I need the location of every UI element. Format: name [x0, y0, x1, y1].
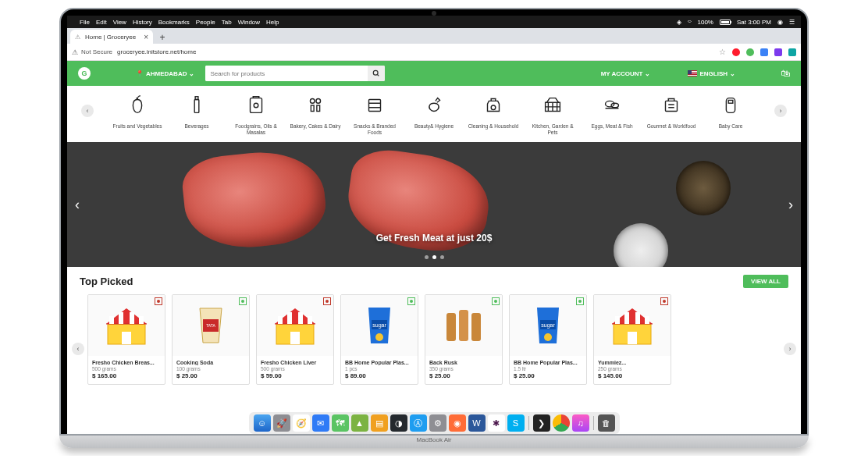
category-icon: [527, 94, 578, 120]
category-item[interactable]: Cleaning & Household: [468, 94, 519, 136]
category-item[interactable]: Gourmet & Worldfood: [646, 94, 697, 136]
product-price: $ 59.00: [261, 372, 329, 379]
browser-tab-strip: ⚠ Home | Groceryee × +: [67, 28, 801, 44]
svg-rect-22: [130, 312, 134, 324]
product-next-button[interactable]: ›: [784, 343, 796, 355]
extension-teal-icon[interactable]: [788, 48, 796, 56]
category-item[interactable]: Baby Care: [705, 94, 756, 136]
cast-icon[interactable]: ◈: [677, 19, 681, 26]
url-text[interactable]: groceryee.initstore.net/home: [117, 48, 719, 55]
dock-chrome-icon[interactable]: [553, 414, 570, 432]
dock-slack-icon[interactable]: ✱: [488, 414, 505, 432]
location-selector[interactable]: 📍 AHMEDABAD ⌄: [136, 70, 194, 77]
dock-terminal-icon[interactable]: ❯: [533, 414, 550, 432]
svg-rect-28: [278, 316, 283, 324]
dock-appstore-icon[interactable]: Ⓐ: [410, 414, 427, 432]
mac-menu-edit[interactable]: Edit: [96, 19, 107, 26]
category-icon: [112, 94, 163, 120]
close-tab-icon[interactable]: ×: [144, 33, 148, 41]
category-item[interactable]: Eggs, Meat & Fish: [586, 94, 638, 136]
category-label: Kitchen, Garden & Pets: [527, 123, 578, 136]
notification-center-icon[interactable]: ☰: [789, 19, 795, 26]
my-account-menu[interactable]: MY ACCOUNT ⌄: [601, 70, 651, 77]
dock-itunes-icon[interactable]: ♫: [572, 414, 589, 432]
category-prev-button[interactable]: ‹: [81, 105, 94, 117]
hero-pagination-dots[interactable]: [425, 255, 444, 259]
not-secure-icon[interactable]: ⚠: [72, 48, 78, 56]
mac-menu-people[interactable]: People: [196, 19, 215, 26]
star-bookmark-icon[interactable]: ☆: [719, 48, 726, 56]
category-item[interactable]: Beauty& Hygiene: [408, 94, 460, 136]
svg-rect-15: [666, 101, 678, 111]
mac-menu-bookmarks[interactable]: Bookmarks: [158, 19, 190, 26]
product-card[interactable]: Yummiez...250 grams$ 145.00: [593, 294, 671, 385]
clock[interactable]: Sat 3:00 PM: [737, 19, 771, 26]
dock-launchpad-icon[interactable]: 🚀: [273, 414, 290, 432]
product-image: sugar: [341, 295, 418, 356]
category-next-button[interactable]: ›: [774, 105, 787, 117]
dock-maps-icon[interactable]: 🗺: [332, 414, 349, 432]
extension-blue-icon[interactable]: [760, 48, 768, 56]
dock-word-icon[interactable]: W: [468, 414, 486, 432]
search-input[interactable]: [205, 66, 368, 81]
product-card[interactable]: Fresho Chicken Breas...500 grams$ 165.00: [87, 294, 165, 385]
battery-icon[interactable]: [720, 20, 731, 25]
mac-menu-file[interactable]: File: [80, 19, 90, 26]
extension-green-icon[interactable]: [746, 48, 754, 56]
product-image: TATA: [173, 295, 249, 356]
cart-icon[interactable]: 🛍: [781, 68, 790, 79]
wifi-icon[interactable]: ⌔: [688, 19, 692, 26]
mac-menu-view[interactable]: View: [113, 19, 126, 26]
category-icon: [468, 94, 519, 120]
hero-banner: ‹ › Get Fresh Meat at just 20$: [67, 142, 801, 267]
extension-opera-icon[interactable]: [732, 48, 740, 56]
product-card[interactable]: Back Rusk350 grams$ 25.00: [425, 294, 503, 385]
category-icon: [705, 94, 756, 120]
macos-dock-wrapper: ☺ 🚀 🧭 ✉ 🗺 ▲ ▤ ◑ Ⓐ ⚙ ◉ W ✱ S ❯: [67, 412, 801, 434]
category-item[interactable]: Bakery, Cakes & Dairy: [290, 94, 341, 136]
macos-menu-bar: FileEditViewHistoryBookmarksPeopleTabWin…: [67, 16, 801, 28]
dock-sublime-icon[interactable]: ▤: [371, 414, 388, 432]
mac-menu-tab[interactable]: Tab: [222, 19, 232, 26]
product-qty: 1 pcs: [345, 366, 414, 372]
category-item[interactable]: Kitchen, Garden & Pets: [527, 94, 578, 136]
dock-mail-icon[interactable]: ✉: [312, 414, 329, 432]
product-prev-button[interactable]: ‹: [72, 343, 84, 355]
hero-image-steak: [180, 146, 329, 254]
language-label: ENGLISH: [699, 70, 727, 77]
category-item[interactable]: Fruits and Vegetables: [112, 94, 163, 136]
svg-rect-20: [109, 316, 114, 324]
dock-finder-icon[interactable]: ☺: [254, 414, 271, 432]
hero-prev-button[interactable]: ‹: [75, 196, 80, 212]
product-card[interactable]: Fresho Chicken Liver500 grams$ 59.00: [256, 294, 334, 385]
category-item[interactable]: Beverages: [171, 94, 222, 136]
view-all-button[interactable]: VIEW ALL: [743, 275, 788, 288]
svg-rect-7: [317, 105, 320, 112]
mac-menu-history[interactable]: History: [133, 19, 152, 26]
dock-github-icon[interactable]: ◑: [390, 414, 407, 432]
category-item[interactable]: Snacks & Branded Foods: [349, 94, 400, 136]
dock-android-studio-icon[interactable]: ▲: [351, 414, 368, 432]
svg-rect-17: [728, 100, 733, 103]
category-item[interactable]: Foodgrains, Oils & Masalas: [230, 94, 282, 136]
new-tab-button[interactable]: +: [156, 31, 169, 44]
dock-postman-icon[interactable]: ◉: [449, 414, 466, 432]
language-selector[interactable]: ENGLISH ⌄: [688, 70, 735, 77]
product-card[interactable]: sugarBB Home Popular Plas...1.5 ltr$ 25.…: [509, 294, 587, 385]
browser-tab-active[interactable]: ⚠ Home | Groceryee ×: [70, 30, 153, 44]
search-icon: [372, 69, 380, 77]
mac-menu-help[interactable]: Help: [266, 19, 279, 26]
site-logo[interactable]: G: [78, 67, 91, 80]
siri-icon[interactable]: ◉: [777, 19, 783, 26]
category-label: Baby Care: [705, 123, 756, 130]
extension-purple-icon[interactable]: [774, 48, 782, 56]
dock-skype-icon[interactable]: S: [507, 414, 525, 432]
dock-settings-icon[interactable]: ⚙: [429, 414, 446, 432]
product-card[interactable]: sugarBB Home Popular Plas...1 pcs$ 89.00: [340, 294, 418, 385]
hero-next-button[interactable]: ›: [788, 196, 793, 212]
product-card[interactable]: TATACooking Soda100 grams$ 25.00: [172, 294, 250, 385]
mac-menu-window[interactable]: Window: [238, 19, 260, 26]
search-button[interactable]: [368, 66, 385, 81]
dock-safari-icon[interactable]: 🧭: [293, 414, 310, 432]
dock-trash-icon[interactable]: 🗑: [598, 414, 615, 432]
